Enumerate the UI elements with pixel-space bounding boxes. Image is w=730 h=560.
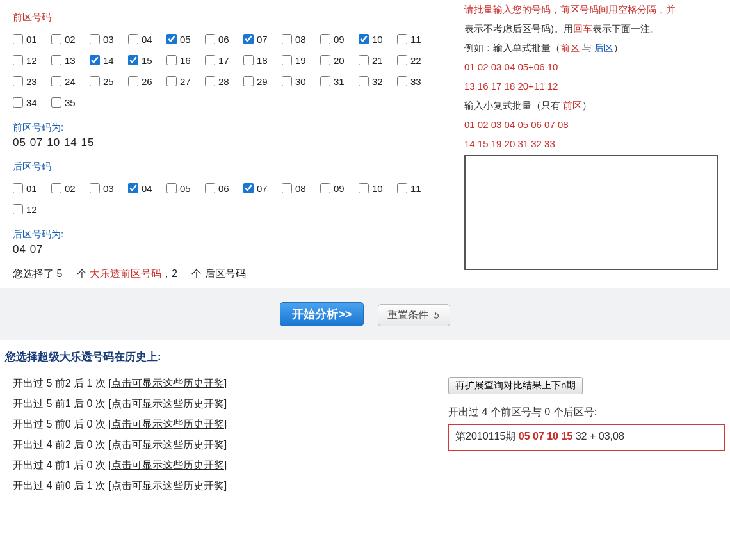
front-checkbox-04[interactable]	[128, 34, 138, 44]
front-checkbox-06[interactable]	[205, 34, 215, 44]
back-cell-06[interactable]: 06	[205, 178, 238, 198]
front-cell-21[interactable]: 21	[359, 50, 392, 70]
back-checkbox-05[interactable]	[166, 183, 177, 193]
back-cell-03[interactable]: 03	[90, 178, 123, 198]
front-checkbox-34[interactable]	[13, 97, 23, 108]
front-cell-02[interactable]: 02	[51, 29, 85, 49]
back-cell-10[interactable]: 10	[359, 178, 392, 198]
front-checkbox-16[interactable]	[166, 55, 177, 65]
front-cell-07[interactable]: 07	[243, 29, 277, 49]
front-checkbox-32[interactable]	[359, 76, 369, 86]
back-cell-12[interactable]: 12	[13, 199, 46, 220]
front-cell-30[interactable]: 30	[282, 71, 315, 92]
back-checkbox-02[interactable]	[51, 183, 61, 193]
front-cell-31[interactable]: 31	[320, 71, 353, 92]
front-checkbox-20[interactable]	[320, 55, 330, 65]
front-cell-25[interactable]: 25	[90, 71, 123, 92]
back-checkbox-10[interactable]	[359, 183, 369, 193]
front-checkbox-15[interactable]	[128, 55, 138, 65]
back-checkbox-03[interactable]	[90, 183, 100, 193]
front-cell-10[interactable]: 10	[359, 29, 392, 49]
history-link-4[interactable]: [点击可显示这些历史开奖]	[108, 460, 227, 470]
front-cell-22[interactable]: 22	[397, 50, 430, 70]
front-checkbox-24[interactable]	[51, 76, 61, 86]
front-cell-27[interactable]: 27	[166, 71, 200, 92]
front-cell-13[interactable]: 13	[51, 50, 85, 70]
front-cell-29[interactable]: 29	[243, 71, 277, 92]
front-checkbox-19[interactable]	[282, 55, 292, 65]
front-cell-09[interactable]: 09	[320, 29, 353, 49]
front-checkbox-35[interactable]	[51, 97, 61, 108]
front-checkbox-29[interactable]	[243, 76, 254, 86]
front-checkbox-17[interactable]	[205, 55, 215, 65]
front-checkbox-12[interactable]	[13, 55, 23, 65]
back-cell-11[interactable]: 11	[397, 178, 430, 198]
front-checkbox-09[interactable]	[320, 34, 330, 44]
front-checkbox-28[interactable]	[205, 76, 215, 86]
front-cell-20[interactable]: 20	[320, 50, 353, 70]
front-cell-05[interactable]: 05	[166, 29, 200, 49]
front-cell-26[interactable]: 26	[128, 71, 161, 92]
history-link-1[interactable]: [点击可显示这些历史开奖]	[108, 398, 227, 409]
history-link-0[interactable]: [点击可显示这些历史开奖]	[108, 378, 227, 388]
front-cell-34[interactable]: 34	[13, 92, 46, 113]
front-cell-15[interactable]: 15	[128, 50, 161, 70]
back-checkbox-01[interactable]	[13, 183, 23, 193]
front-checkbox-30[interactable]	[282, 76, 292, 86]
front-cell-04[interactable]: 04	[128, 29, 161, 49]
history-link-3[interactable]: [点击可显示这些历史开奖]	[108, 439, 227, 450]
back-checkbox-09[interactable]	[320, 183, 330, 193]
back-checkbox-08[interactable]	[282, 183, 292, 193]
back-cell-07[interactable]: 07	[243, 178, 277, 198]
front-checkbox-33[interactable]	[397, 76, 407, 86]
reset-button[interactable]: 重置条件	[378, 304, 450, 326]
front-cell-35[interactable]: 35	[51, 92, 85, 113]
front-checkbox-08[interactable]	[282, 34, 292, 44]
front-cell-16[interactable]: 16	[166, 50, 200, 70]
front-cell-11[interactable]: 11	[397, 29, 430, 49]
front-checkbox-14[interactable]	[90, 55, 100, 65]
back-cell-05[interactable]: 05	[166, 178, 200, 198]
front-cell-03[interactable]: 03	[90, 29, 123, 49]
front-checkbox-02[interactable]	[51, 34, 61, 44]
back-checkbox-07[interactable]	[243, 183, 254, 193]
back-cell-09[interactable]: 09	[320, 178, 353, 198]
batch-input-textarea[interactable]	[464, 155, 718, 270]
extend-button[interactable]: 再扩展查询对比结果上下n期	[448, 377, 583, 394]
back-cell-02[interactable]: 02	[51, 178, 85, 198]
back-cell-04[interactable]: 04	[128, 178, 161, 198]
front-cell-14[interactable]: 14	[90, 50, 123, 70]
front-checkbox-25[interactable]	[90, 76, 100, 86]
front-checkbox-10[interactable]	[359, 34, 369, 44]
front-cell-06[interactable]: 06	[205, 29, 238, 49]
front-checkbox-31[interactable]	[320, 76, 330, 86]
back-cell-01[interactable]: 01	[13, 178, 46, 198]
front-checkbox-27[interactable]	[166, 76, 177, 86]
front-checkbox-03[interactable]	[90, 34, 100, 44]
front-cell-33[interactable]: 33	[397, 71, 430, 92]
history-link-5[interactable]: [点击可显示这些历史开奖]	[108, 480, 227, 491]
front-checkbox-26[interactable]	[128, 76, 138, 86]
front-cell-08[interactable]: 08	[282, 29, 315, 49]
back-checkbox-04[interactable]	[128, 183, 138, 193]
front-checkbox-07[interactable]	[243, 34, 254, 44]
back-cell-08[interactable]: 08	[282, 178, 315, 198]
analyze-button[interactable]: 开始分析>>	[280, 302, 364, 326]
front-checkbox-05[interactable]	[166, 34, 177, 44]
front-checkbox-18[interactable]	[243, 55, 254, 65]
front-checkbox-01[interactable]	[13, 34, 23, 44]
front-cell-19[interactable]: 19	[282, 50, 315, 70]
front-checkbox-21[interactable]	[359, 55, 369, 65]
front-cell-18[interactable]: 18	[243, 50, 277, 70]
front-cell-01[interactable]: 01	[13, 29, 46, 49]
front-cell-23[interactable]: 23	[13, 71, 46, 92]
back-checkbox-11[interactable]	[397, 183, 407, 193]
front-cell-24[interactable]: 24	[51, 71, 85, 92]
front-cell-12[interactable]: 12	[13, 50, 46, 70]
front-checkbox-13[interactable]	[51, 55, 61, 65]
front-cell-28[interactable]: 28	[205, 71, 238, 92]
front-checkbox-23[interactable]	[13, 76, 23, 86]
front-cell-17[interactable]: 17	[205, 50, 238, 70]
front-cell-32[interactable]: 32	[359, 71, 392, 92]
history-link-2[interactable]: [点击可显示这些历史开奖]	[108, 419, 227, 429]
